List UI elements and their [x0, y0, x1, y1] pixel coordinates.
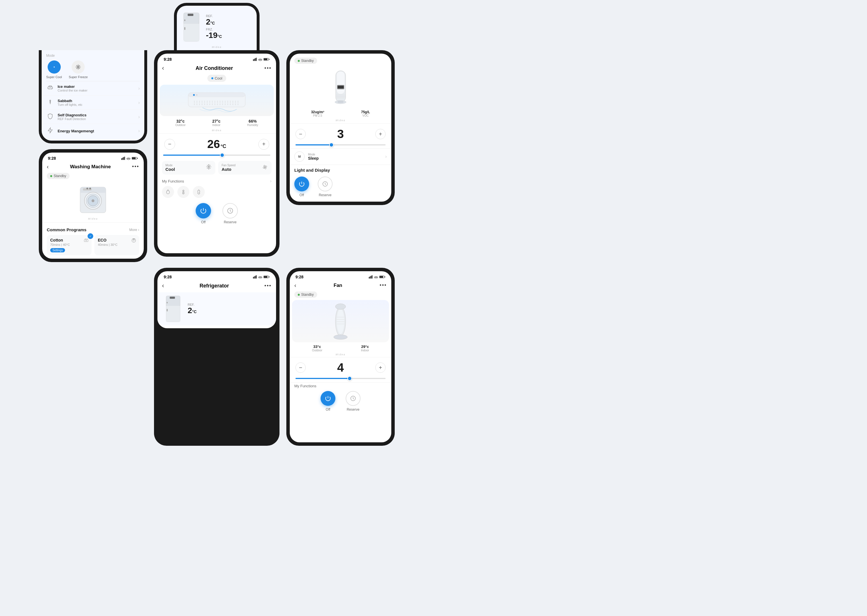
ac-status-icons [253, 58, 270, 61]
fan-status-badge: Standby [294, 291, 317, 298]
purifier-power-off-btn[interactable]: Off [294, 176, 309, 197]
ac-temp-decrease-btn[interactable]: − [164, 139, 175, 150]
super-cool-button[interactable]: Super Cool [46, 60, 62, 79]
svg-rect-83 [369, 277, 370, 279]
energy-chevron: › [138, 128, 140, 134]
purifier-increase-btn[interactable]: + [375, 129, 386, 139]
svg-rect-75 [269, 277, 270, 278]
svg-rect-84 [370, 277, 371, 279]
refbot-back-btn[interactable]: ‹ [162, 282, 164, 289]
purifier-reserve-icon [318, 176, 333, 191]
svg-point-32 [86, 240, 87, 241]
eco-card[interactable]: ECO 40mins | 30°C [94, 235, 139, 255]
ac-back-btn[interactable]: ‹ [162, 64, 164, 72]
eco-icon [131, 238, 136, 244]
svg-rect-67 [338, 101, 343, 103]
super-freeze-button[interactable]: Super Freeze [69, 60, 88, 79]
mf-icon-3[interactable] [193, 186, 205, 198]
svg-point-30 [89, 188, 91, 189]
ice-maker-title: Ice maker [58, 85, 138, 89]
purifier-slider-thumb[interactable] [329, 143, 334, 147]
sabbath-item[interactable]: Sabbath Turn off lights, etc › [42, 96, 144, 110]
ac-set-unit: °C [220, 143, 226, 149]
washing-more-btn[interactable]: ••• [132, 164, 139, 170]
ac-slider-thumb[interactable] [220, 153, 225, 157]
common-programs-title: Common Programs [47, 227, 86, 232]
mf-icon-1[interactable] [162, 186, 174, 198]
purifier-pm-label: PM 2.5 [311, 114, 324, 117]
ac-reserve-btn[interactable]: Reserve [223, 203, 238, 224]
brand-logo-top: Midea [181, 46, 252, 50]
cotton-name: Cotton [50, 238, 88, 242]
fan-more-btn[interactable]: ••• [380, 282, 387, 288]
energy-title: Energy Mangemengt [58, 129, 138, 133]
svg-point-10 [51, 88, 52, 89]
ac-fan-card[interactable]: Fan Speed Auto [218, 161, 272, 174]
ac-temp-increase-btn[interactable]: + [258, 139, 269, 150]
fan-brand: Midea [290, 353, 391, 356]
purifier-power-icon [294, 176, 309, 191]
my-functions-arrow[interactable]: › [270, 179, 272, 184]
mode-label: Mode [46, 53, 140, 58]
refbot-time: 9:28 [164, 275, 172, 279]
fan-status-dot [298, 294, 300, 296]
ac-image-area [160, 85, 274, 116]
washer-svg [79, 184, 107, 215]
fridge-image [181, 11, 201, 43]
energy-item[interactable]: Energy Mangemengt › [42, 124, 144, 138]
purifier-voc-val: 75g/L [361, 110, 370, 114]
ac-indoor-temp: 27°c [212, 119, 220, 124]
svg-rect-72 [256, 275, 257, 278]
svg-point-73 [260, 278, 261, 279]
purifier-decrease-btn[interactable]: − [295, 129, 306, 139]
svg-rect-13 [121, 158, 122, 160]
fan-slider-thumb[interactable] [347, 376, 352, 381]
fan-time: 9:28 [295, 275, 303, 279]
purifier-reserve-btn[interactable]: Reserve [318, 176, 333, 197]
purifier-mode-label: Mode [308, 153, 385, 156]
phone-fan: 9:28 ‹ Fan ••• St [286, 268, 395, 446]
svg-rect-5 [188, 14, 193, 16]
self-diagnostics-item[interactable]: Self Diagnostics REF Fault Detection › [42, 110, 144, 124]
svg-point-98 [334, 335, 347, 339]
super-cool-icon [48, 60, 61, 74]
ac-power-off-btn[interactable]: Off [196, 203, 211, 224]
ac-more-btn[interactable]: ••• [264, 65, 272, 71]
fan-back-btn[interactable]: ‹ [294, 282, 296, 289]
purifier-off-label: Off [300, 193, 304, 197]
fan-increase-btn[interactable]: + [375, 363, 386, 373]
washing-back-btn[interactable]: ‹ [47, 163, 49, 170]
svg-rect-82 [170, 297, 175, 299]
svg-rect-89 [385, 277, 385, 278]
svg-rect-36 [255, 58, 256, 61]
fan-my-functions-label: My Functions [294, 384, 387, 388]
washing-title: Washing Machine [70, 164, 111, 170]
ac-reserve-label: Reserve [224, 220, 237, 224]
self-diag-chevron: › [138, 114, 140, 119]
ice-maker-icon [46, 85, 54, 92]
svg-rect-85 [371, 276, 372, 279]
ac-mode-card[interactable]: Mode Cool [162, 161, 215, 174]
cotton-card[interactable]: ✓ Cotton 70mins | 40°C [47, 235, 91, 255]
fan-reserve-btn[interactable]: Reserve [346, 391, 360, 412]
purifier-pm-val: 32ug/m³ [311, 110, 324, 114]
sabbath-sub: Turn off lights, etc [58, 103, 138, 106]
more-button[interactable]: More › [129, 228, 139, 232]
phone-refrigerator-bottom: 9:28 ‹ Refrigerator ••• [154, 268, 280, 446]
cotton-icon [83, 238, 89, 244]
svg-rect-76 [264, 276, 267, 278]
refbot-more-btn[interactable]: ••• [264, 283, 272, 289]
mf-icon-2[interactable] [177, 186, 189, 198]
svg-rect-86 [372, 275, 373, 278]
svg-point-87 [375, 278, 376, 279]
fan-power-off-btn[interactable]: Off [320, 391, 335, 412]
fan-decrease-btn[interactable]: − [295, 363, 306, 373]
shield-icon [46, 113, 54, 121]
ac-indoor-label: Indoor [212, 124, 220, 127]
washing-time: 9:28 [48, 156, 56, 160]
purifier-mode-row[interactable]: M Mode Sleep › [290, 148, 391, 165]
purifier-svg [331, 68, 350, 108]
svg-point-17 [128, 159, 129, 160]
refbot-ref-unit: °C [192, 310, 197, 314]
ice-maker-item[interactable]: Ice maker Control the ice maker › [42, 81, 144, 96]
